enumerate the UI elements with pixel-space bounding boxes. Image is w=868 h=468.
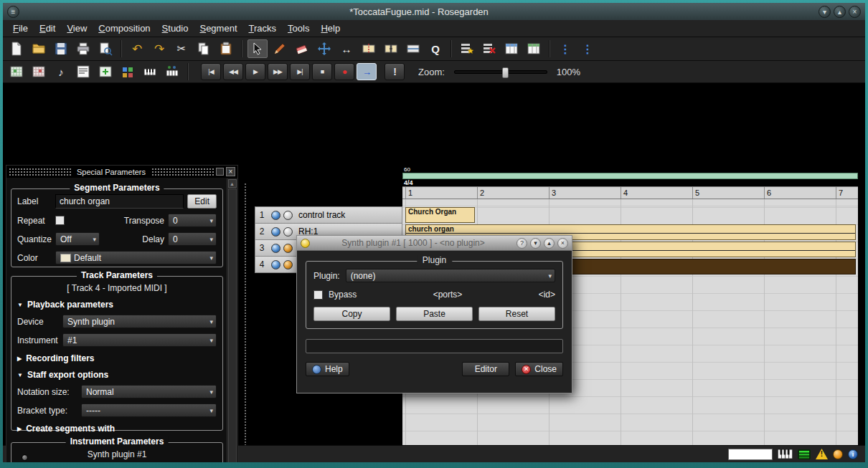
undo-button[interactable]: ↶ bbox=[127, 39, 147, 58]
matrix-editor-button[interactable] bbox=[6, 62, 27, 81]
panel-scroll-thumb[interactable] bbox=[228, 188, 237, 462]
dialog-shade-button[interactable]: ▾ bbox=[530, 238, 541, 249]
mute-track-button[interactable] bbox=[501, 39, 522, 58]
color-select[interactable]: Default bbox=[55, 251, 217, 264]
rewind-button[interactable]: ◀◀ bbox=[223, 63, 243, 80]
playback-pointer-button[interactable]: → bbox=[357, 63, 377, 80]
split-by-source-button[interactable] bbox=[403, 39, 423, 58]
recording-filters-expander[interactable]: Recording filters bbox=[17, 353, 217, 363]
dock-handle-right[interactable] bbox=[151, 168, 214, 176]
dialog-unshade-button[interactable]: ▴ bbox=[544, 238, 555, 249]
top-ruler[interactable]: 1 2 3 4 5 6 7 bbox=[402, 186, 858, 199]
dots-button-1[interactable]: ⋮ bbox=[555, 39, 575, 58]
plugin-select[interactable]: (none) bbox=[346, 269, 555, 282]
dots-button-2[interactable]: ⋮ bbox=[577, 39, 598, 58]
copy-plugin-button[interactable]: Copy bbox=[313, 307, 390, 321]
playback-parameters-expander[interactable]: Playback parameters bbox=[17, 300, 217, 310]
step-record-button[interactable] bbox=[95, 62, 115, 81]
fast-forward-button[interactable]: ▶▶ bbox=[268, 63, 288, 80]
erase-tool-button[interactable] bbox=[292, 39, 312, 58]
staff-export-expander[interactable]: Staff export options bbox=[17, 370, 217, 380]
zoom-slider-handle[interactable] bbox=[502, 67, 509, 78]
dialog-close-button[interactable]: × bbox=[557, 238, 568, 249]
select-tool-button[interactable] bbox=[247, 39, 268, 58]
reset-plugin-button[interactable]: Reset bbox=[478, 307, 555, 321]
record-led[interactable] bbox=[283, 260, 293, 269]
mute-led[interactable] bbox=[271, 227, 280, 237]
titlebar[interactable]: ≡ *ToccataFugue.mid - Rosegarden ▾ ▴ × bbox=[3, 3, 865, 20]
close-window-button[interactable]: × bbox=[849, 6, 861, 18]
track-row[interactable]: 1 control track bbox=[255, 206, 402, 224]
resize-tool-button[interactable]: ↔ bbox=[336, 39, 357, 58]
menu-view[interactable]: View bbox=[61, 22, 93, 35]
editor-button[interactable]: Editor bbox=[462, 362, 509, 376]
close-panel-button[interactable]: × bbox=[226, 167, 235, 176]
add-track-button[interactable] bbox=[457, 39, 477, 58]
warning-icon[interactable]: ! bbox=[816, 449, 828, 459]
stop-button[interactable]: ■ bbox=[312, 63, 332, 80]
tempo-ruler[interactable] bbox=[402, 173, 858, 179]
skip-to-start-button[interactable]: |◀ bbox=[201, 63, 221, 80]
device-select[interactable]: Synth plugin bbox=[62, 315, 217, 328]
cut-button[interactable]: ✂ bbox=[171, 39, 192, 58]
panel-scrollbar[interactable]: ▲ ▼ bbox=[227, 178, 237, 462]
create-segments-expander[interactable]: Create segments with bbox=[17, 424, 217, 434]
menu-edit[interactable]: Edit bbox=[34, 22, 61, 35]
menu-file[interactable]: File bbox=[7, 22, 34, 35]
special-parameters-titlebar[interactable]: Special Parameters × bbox=[6, 166, 237, 178]
save-file-button[interactable] bbox=[51, 39, 71, 58]
redo-button[interactable]: ↷ bbox=[149, 39, 169, 58]
notation-editor-button[interactable]: ♪ bbox=[51, 62, 71, 81]
dialog-titlebar[interactable]: Synth plugin #1 [ 1000 ] - <no plugin> ?… bbox=[297, 236, 572, 251]
edit-label-button[interactable]: Edit bbox=[187, 194, 217, 209]
scroll-up-button[interactable]: ▲ bbox=[228, 179, 237, 188]
menu-tracks[interactable]: Tracks bbox=[243, 22, 283, 35]
delete-track-button[interactable] bbox=[479, 39, 499, 58]
dock-handle-left[interactable] bbox=[9, 168, 71, 176]
help-button[interactable]: Help bbox=[306, 362, 349, 376]
bracket-type-select[interactable]: ----- bbox=[81, 403, 217, 417]
record-led[interactable] bbox=[283, 227, 293, 237]
quantize-select[interactable]: Off bbox=[55, 232, 100, 246]
notation-size-select[interactable]: Normal bbox=[81, 385, 217, 398]
event-list-button[interactable] bbox=[73, 62, 93, 81]
color-squares-button[interactable] bbox=[118, 62, 138, 81]
menu-tools[interactable]: Tools bbox=[282, 22, 315, 35]
percussion-matrix-button[interactable] bbox=[29, 62, 49, 81]
segment-label-field[interactable]: church organ bbox=[55, 194, 184, 209]
menu-composition[interactable]: Composition bbox=[93, 22, 156, 35]
quantize-button[interactable]: Q bbox=[425, 39, 445, 58]
shade-button[interactable]: ▾ bbox=[819, 6, 831, 18]
move-tool-button[interactable] bbox=[314, 39, 334, 58]
split-tool-button[interactable] bbox=[359, 39, 379, 58]
segment-church-organ-bar1[interactable]: Church Organ bbox=[405, 207, 475, 223]
join-tool-button[interactable] bbox=[381, 39, 401, 58]
paste-button[interactable] bbox=[216, 39, 236, 58]
new-file-button[interactable] bbox=[6, 39, 27, 58]
close-dialog-button[interactable]: ✕Close bbox=[515, 362, 563, 376]
print-button[interactable] bbox=[73, 39, 93, 58]
print-preview-button[interactable] bbox=[95, 39, 115, 58]
instrument-select[interactable]: #1 bbox=[62, 333, 217, 347]
unshade-button[interactable]: ▴ bbox=[834, 6, 846, 18]
record-track-button[interactable] bbox=[524, 39, 544, 58]
skip-to-end-button[interactable]: ▶| bbox=[290, 63, 310, 80]
repeat-checkbox[interactable] bbox=[55, 216, 65, 225]
keyboard-button-1[interactable] bbox=[140, 62, 160, 81]
delay-select[interactable]: 0 bbox=[168, 232, 217, 246]
paste-plugin-button[interactable]: Paste bbox=[396, 307, 473, 321]
keyboard-button-2[interactable] bbox=[162, 62, 182, 81]
draw-tool-button[interactable] bbox=[270, 39, 290, 58]
bypass-checkbox[interactable] bbox=[313, 290, 323, 300]
mute-led[interactable] bbox=[271, 244, 280, 253]
mute-led[interactable] bbox=[271, 211, 280, 220]
panic-button[interactable]: ! bbox=[385, 63, 405, 80]
window-menu-button[interactable]: ≡ bbox=[7, 6, 19, 18]
record-led[interactable] bbox=[283, 244, 293, 253]
menu-segment[interactable]: Segment bbox=[194, 22, 242, 35]
record-led[interactable] bbox=[283, 211, 293, 220]
copy-button[interactable] bbox=[194, 39, 214, 58]
dialog-help-button[interactable]: ? bbox=[516, 238, 527, 249]
open-file-button[interactable] bbox=[29, 39, 49, 58]
play-button[interactable]: ▶ bbox=[245, 63, 265, 80]
